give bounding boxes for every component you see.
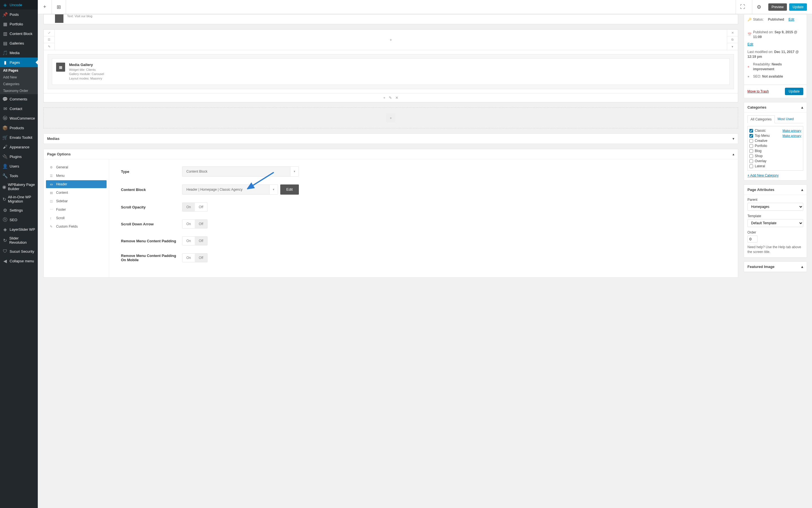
row-list-icon[interactable]: ☰: [44, 36, 54, 43]
row-close-icon[interactable]: ✕: [727, 30, 738, 36]
sidebar-item-wpbakery-page-builder[interactable]: ◉WPBakery Page Builder: [0, 180, 38, 193]
po-nav-general[interactable]: ⚙General: [46, 163, 106, 171]
publish-update-button[interactable]: Update: [785, 88, 803, 95]
admin-sidebar: ◈Uncode📌Posts▦Portfolio▥Content Block▤Ga…: [0, 0, 38, 291]
order-label: Order: [748, 230, 803, 235]
sidebar-item-content-block[interactable]: ▥Content Block: [0, 29, 38, 38]
row-foot-add[interactable]: +: [383, 96, 386, 100]
row-caret-icon[interactable]: ▾: [727, 43, 738, 50]
shield-icon: 🛡: [2, 249, 8, 254]
move-to-trash-link[interactable]: Move to Trash: [748, 89, 769, 93]
category-checkbox[interactable]: [750, 139, 753, 143]
categories-panel-toggle[interactable]: Categories▴: [744, 102, 807, 113]
medias-panel-toggle[interactable]: Medias ▾: [44, 134, 738, 143]
tab-most-used[interactable]: Most Used: [775, 115, 797, 123]
sidebar-item-envato-toolkit[interactable]: 🛒Envato Toolkit: [0, 133, 38, 142]
sidebar-item-plugins[interactable]: 🔌Plugins: [0, 152, 38, 161]
category-checkbox[interactable]: [750, 144, 753, 148]
sidebar-item-woocommerce[interactable]: ⓌWooCommerce: [0, 113, 38, 123]
sidebar-item-collapse-menu[interactable]: ◀Collapse menu: [0, 256, 38, 266]
submenu-item-all-pages[interactable]: All Pages: [0, 67, 38, 74]
category-checkbox[interactable]: [750, 129, 753, 133]
add-block-button[interactable]: +: [38, 0, 52, 14]
status-edit-link[interactable]: Edit: [788, 17, 794, 22]
po-nav-content[interactable]: ▤Content: [46, 189, 106, 197]
remove-padding-mobile-toggle[interactable]: OnOff: [182, 253, 208, 262]
row-clone-icon[interactable]: ⧉: [727, 36, 738, 43]
category-checkbox[interactable]: [750, 154, 753, 158]
page-attributes-toggle[interactable]: Page Attributes▴: [744, 185, 807, 195]
submenu-item-categories[interactable]: Categories: [0, 81, 38, 87]
user-icon: 👤: [2, 163, 8, 169]
row-add-top[interactable]: +: [55, 30, 727, 50]
type-select-caret[interactable]: ▼: [290, 166, 299, 177]
sidebar-item-posts[interactable]: 📌Posts: [0, 10, 38, 19]
row-expand-icon[interactable]: ⤢: [44, 30, 54, 36]
make-primary-link[interactable]: Make primary: [782, 129, 801, 132]
remove-padding-label: Remove Menu Content Padding: [121, 239, 182, 243]
type-select[interactable]: Content Block: [182, 166, 290, 177]
sidebar-item-all-in-one-wp-migration[interactable]: ↻All-in-One WP Migration: [0, 193, 38, 205]
po-nav-menu[interactable]: ☰Menu: [46, 172, 106, 180]
sidebar-item-contact[interactable]: ✉Contact: [0, 104, 38, 113]
sidebar-item-portfolio[interactable]: ▦Portfolio: [0, 19, 38, 29]
preview-button[interactable]: Preview: [768, 3, 787, 11]
po-nav-sidebar[interactable]: ◫Sidebar: [46, 197, 106, 205]
po-nav-custom-fields[interactable]: ✎Custom Fields: [46, 222, 106, 230]
layers2-icon: ◈: [2, 226, 8, 232]
settings-button[interactable]: ⚙: [752, 0, 766, 14]
category-checkbox[interactable]: [750, 159, 753, 163]
parent-select[interactable]: Homepages: [748, 203, 803, 211]
add-section-button[interactable]: +: [386, 113, 395, 122]
remove-padding-toggle[interactable]: OnOff: [182, 237, 208, 245]
content-block-select[interactable]: Header | Homepage | Classic Agency: [182, 184, 270, 195]
category-checkbox[interactable]: [750, 134, 753, 138]
sidebar-item-slider-revolution[interactable]: ↻Slider Revolution: [0, 234, 38, 247]
featured-image-toggle[interactable]: Featured Image▴: [744, 262, 807, 272]
update-button[interactable]: Update: [789, 3, 807, 11]
template-select[interactable]: Default Template: [748, 219, 803, 227]
sidebar-item-users[interactable]: 👤Users: [0, 161, 38, 171]
sidebar-item-layerslider-wp[interactable]: ◈LayerSlider WP: [0, 224, 38, 234]
sidebar-item-tools[interactable]: 🔧Tools: [0, 171, 38, 180]
po-nav-footer[interactable]: ⋯Footer: [46, 206, 106, 214]
layout-button[interactable]: ⊞: [52, 0, 66, 14]
sidebar-item-settings[interactable]: ⚙Settings: [0, 205, 38, 215]
sidebar-item-appearance[interactable]: 🖌Appearance: [0, 142, 38, 152]
sidebar-item-seo[interactable]: ⓎSEO: [0, 215, 38, 224]
po-nav-scroll[interactable]: ↕Scroll: [46, 214, 106, 222]
content-block-caret[interactable]: ▼: [270, 184, 278, 195]
row-foot-edit[interactable]: ✎: [389, 96, 392, 100]
sidebar-item-pages[interactable]: ▮Pages: [0, 57, 38, 67]
add-new-category-link[interactable]: + Add New Category: [748, 173, 778, 177]
pin-icon: 📌: [2, 11, 8, 17]
sidebar-item-comments[interactable]: 💬Comments: [0, 94, 38, 104]
content-block-edit-button[interactable]: Edit: [280, 184, 299, 195]
add-section: +: [43, 108, 738, 128]
published-edit-link[interactable]: Edit: [748, 42, 753, 47]
category-checkbox[interactable]: [750, 149, 753, 153]
scroll-down-arrow-toggle[interactable]: OnOff: [182, 219, 208, 228]
po-nav-header[interactable]: ▭Header: [46, 180, 106, 188]
category-checkbox[interactable]: [750, 164, 753, 168]
page-options-toggle[interactable]: Page Options ▴: [44, 149, 738, 159]
sidebar-item-products[interactable]: 📦Products: [0, 123, 38, 133]
row-edit-icon[interactable]: ✎: [44, 43, 54, 50]
category-item-portfolio: Portfolio: [750, 143, 801, 149]
submenu-item-taxonomy-order[interactable]: Taxonomy Order: [0, 87, 38, 94]
make-primary-link[interactable]: Make primary: [782, 134, 801, 137]
sidebar-item-media[interactable]: 🎵Media: [0, 48, 38, 57]
vc-element-media-gallery[interactable]: ▦ Media Gallery Widget title: Clients Ga…: [52, 58, 730, 85]
order-input[interactable]: [748, 236, 758, 243]
sidebar-item-uncode[interactable]: ◈Uncode: [0, 0, 38, 10]
chevron-up-icon: ▴: [801, 264, 803, 269]
row-foot-delete[interactable]: ✕: [395, 96, 398, 100]
scroll-opacity-toggle[interactable]: OnOff: [182, 203, 208, 212]
sidebar-item-sucuri-security[interactable]: 🛡Sucuri Security: [0, 247, 38, 256]
wrench-icon: 🔧: [2, 173, 8, 178]
submenu-item-add-new[interactable]: Add New: [0, 74, 38, 81]
fullscreen-button[interactable]: ⛶: [735, 0, 750, 14]
content-block-label: Content Block: [121, 187, 182, 192]
tab-all-categories[interactable]: All Categories: [748, 115, 775, 123]
sidebar-item-galleries[interactable]: ▤Galleries: [0, 38, 38, 48]
